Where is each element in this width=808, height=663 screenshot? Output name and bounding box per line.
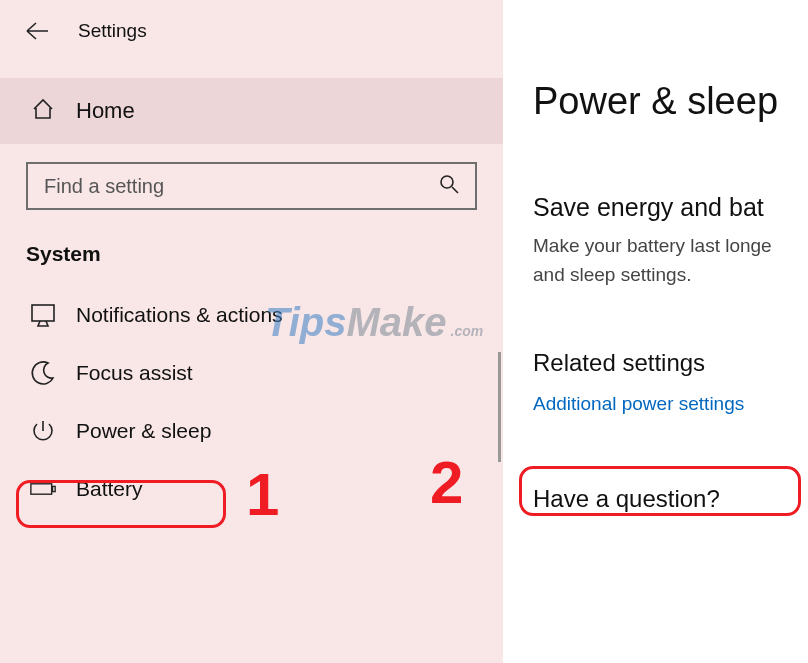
search-box[interactable] [26, 162, 477, 210]
svg-point-0 [441, 176, 453, 188]
additional-power-settings-link[interactable]: Additional power settings [533, 393, 744, 415]
battery-icon [30, 476, 56, 502]
moon-icon [30, 360, 56, 386]
nav-power-label: Power & sleep [76, 419, 211, 443]
search-input[interactable] [44, 175, 397, 198]
search-icon [439, 174, 459, 198]
search-container [0, 144, 503, 214]
back-icon[interactable] [24, 20, 50, 42]
annotation-number-2: 2 [430, 448, 463, 517]
save-energy-heading: Save energy and bat [533, 193, 808, 222]
nav-focus-assist[interactable]: Focus assist [0, 344, 503, 402]
nav-home[interactable]: Home [0, 78, 503, 144]
nav-power-sleep[interactable]: Power & sleep [0, 402, 503, 460]
sidebar: Settings Home System Notifications & act… [0, 0, 503, 663]
nav-home-label: Home [76, 98, 135, 124]
svg-rect-1 [32, 305, 54, 321]
content-pane: Power & sleep Save energy and bat Make y… [503, 0, 808, 663]
titlebar: Settings [0, 6, 503, 50]
svg-rect-2 [31, 484, 52, 494]
annotation-number-1: 1 [246, 460, 279, 529]
nav-battery-label: Battery [76, 477, 143, 501]
page-title: Power & sleep [533, 80, 808, 123]
settings-app: Settings Home System Notifications & act… [0, 0, 808, 663]
nav-notifications[interactable]: Notifications & actions [0, 286, 503, 344]
notifications-icon [30, 302, 56, 328]
save-energy-text: Make your battery last longe and sleep s… [533, 232, 808, 289]
home-icon [30, 96, 56, 126]
app-title: Settings [78, 20, 147, 42]
nav-notifications-label: Notifications & actions [76, 303, 283, 327]
related-settings-heading: Related settings [533, 349, 808, 377]
power-icon [30, 418, 56, 444]
scroll-indicator [498, 352, 501, 462]
svg-rect-3 [53, 486, 56, 491]
have-question-heading: Have a question? [533, 485, 808, 513]
category-heading: System [0, 214, 503, 286]
nav-focus-label: Focus assist [76, 361, 193, 385]
